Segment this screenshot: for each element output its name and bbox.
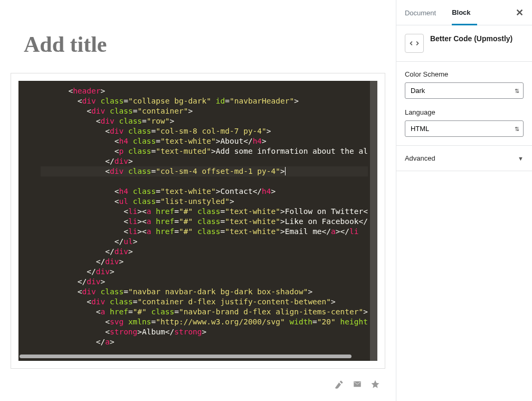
language-select[interactable]: HTML bbox=[405, 120, 524, 137]
tab-block[interactable]: Block bbox=[452, 0, 477, 25]
block-actions bbox=[0, 369, 396, 389]
color-scheme-label: Color Scheme bbox=[405, 70, 524, 78]
code-block[interactable]: <header> <div class="collapse bg-dark" i… bbox=[11, 73, 385, 369]
star-icon[interactable] bbox=[370, 379, 380, 389]
block-settings: Color Scheme Dark ⇅ Language HTML ⇅ bbox=[396, 62, 532, 146]
tab-document[interactable]: Document bbox=[405, 1, 442, 24]
mail-icon[interactable] bbox=[353, 379, 362, 389]
color-scheme-select[interactable]: Dark bbox=[405, 82, 524, 99]
code-icon bbox=[405, 34, 424, 53]
block-card: Better Code (Upmostly) bbox=[396, 25, 532, 62]
block-name: Better Code (Upmostly) bbox=[430, 34, 512, 43]
title-area bbox=[0, 0, 396, 73]
inspector-sidebar: Document Block ✕ Better Code (Upmostly) … bbox=[396, 0, 532, 401]
advanced-label: Advanced bbox=[405, 154, 435, 162]
scrollbar-thumb[interactable] bbox=[20, 355, 352, 358]
horizontal-scrollbar[interactable] bbox=[18, 352, 377, 361]
post-title-input[interactable] bbox=[24, 32, 372, 57]
code-wrap: <header> <div class="collapse bg-dark" i… bbox=[18, 81, 377, 361]
carrot-icon[interactable] bbox=[335, 379, 344, 389]
chevron-down-icon: ▼ bbox=[518, 155, 524, 162]
sidebar-tabs: Document Block ✕ bbox=[396, 0, 532, 25]
advanced-panel-toggle[interactable]: Advanced ▼ bbox=[396, 146, 532, 171]
editor-main: <header> <div class="collapse bg-dark" i… bbox=[0, 0, 396, 401]
close-sidebar-button[interactable]: ✕ bbox=[516, 7, 524, 18]
vertical-scrollbar[interactable] bbox=[370, 81, 377, 361]
code-editor[interactable]: <header> <div class="collapse bg-dark" i… bbox=[18, 81, 377, 352]
language-label: Language bbox=[405, 108, 524, 116]
